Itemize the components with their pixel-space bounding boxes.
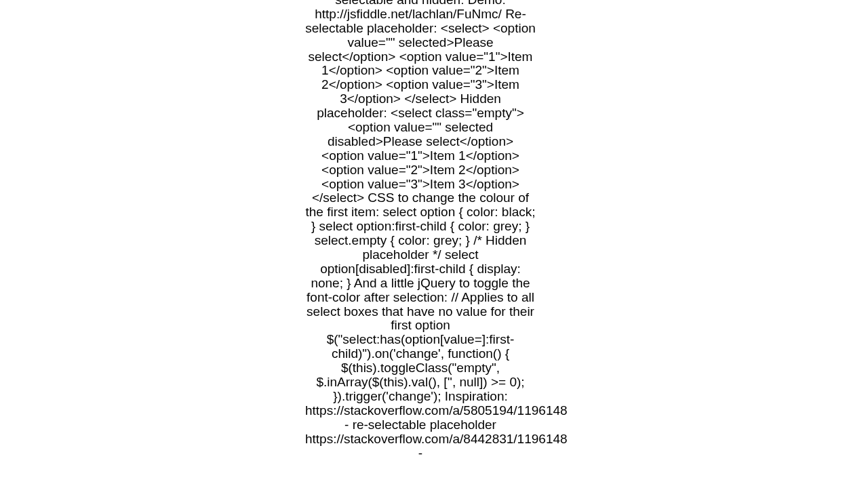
document-body: selectable and hidden: Demo: http://jsfi… (305, 0, 536, 460)
